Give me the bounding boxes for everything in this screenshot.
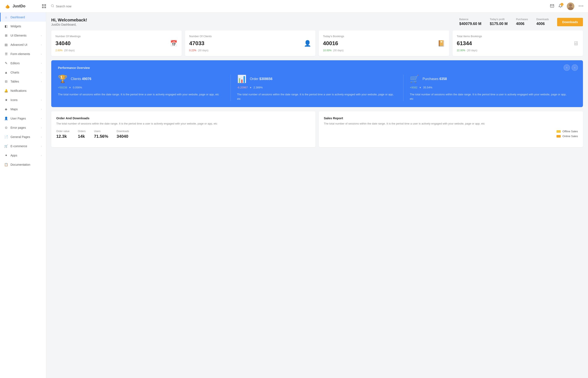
editor-icon: ✎ — [4, 61, 8, 65]
grid-menu-icon[interactable] — [42, 4, 47, 8]
perf-metric-name: Order $308656 — [250, 77, 273, 81]
bottom-stat-value: 14k — [78, 134, 86, 139]
metric-change: 2.00% (30 days) — [55, 49, 177, 52]
change-period: (30 days) — [198, 49, 208, 52]
change-value: 0.22% — [189, 49, 196, 52]
user-avatar[interactable] — [567, 2, 574, 10]
sidebar-item-notifications[interactable]: 🔔 Notifications — [0, 86, 46, 95]
sales-report-title: Sales Report — [324, 116, 578, 120]
perf-col-icon: 🏆 — [58, 75, 67, 83]
sidebar-item-advanced-ui[interactable]: ▤ Advanced UI › — [0, 40, 46, 49]
welcome-section: Hi, Welcomeback! JustDo Dashboard, — [51, 18, 87, 26]
general-icon: 📄 — [4, 135, 8, 139]
perf-metric-name: Clients 49076 — [71, 77, 91, 81]
sidebar-item-dashboard[interactable]: ⌂ Dashboard — [0, 13, 46, 22]
widget-icon: ◧ — [4, 24, 8, 28]
search-icon — [51, 4, 54, 8]
sidebar-label: Icons — [11, 98, 39, 102]
search-bar — [51, 4, 156, 8]
perf-nav: ‹ › — [564, 65, 578, 71]
perf-change-row: -6.20967 ▼ 2.389% — [237, 86, 397, 89]
sidebar-item-error-pages[interactable]: ⊙ Error pages › — [0, 123, 46, 132]
order-downloads-card: Order And Downloads The total number of … — [51, 111, 315, 148]
sales-legend: Offline Sales Online Sales — [557, 130, 578, 138]
perf-col-icon: 🛒 — [410, 75, 419, 83]
metric-value: 34040 — [55, 40, 71, 47]
user-icon: 👤 — [4, 117, 8, 120]
bottom-stat-2: Users 71.56% — [94, 130, 108, 139]
perf-col-header: 🛒 Purchases 6358 — [410, 75, 570, 83]
search-input[interactable] — [56, 5, 156, 8]
sidebar-label: Error pages — [11, 126, 39, 129]
more-options[interactable]: ••• — [578, 4, 584, 8]
ui-icon: ⊞ — [4, 34, 8, 37]
legend-label: Offline Sales — [562, 130, 578, 133]
header-stats: Balance $40079.60 M Today's profit $175.… — [459, 18, 583, 26]
perf-desc: The total number of sessions within the … — [410, 92, 570, 101]
sidebar-item-tables[interactable]: ⊟ Tables › — [0, 77, 46, 86]
sidebar-label: Form elements — [11, 52, 39, 56]
notification-icon[interactable]: 1 — [558, 4, 562, 9]
sidebar-item-charts[interactable]: ▲ Charts › — [0, 68, 46, 77]
perf-col-header: 🏆 Clients 49076 — [58, 75, 224, 83]
chevron-right-icon: › — [41, 53, 42, 55]
sidebar-label: Documentation — [11, 163, 42, 166]
welcome-subtitle: JustDo Dashboard, — [51, 23, 87, 26]
chevron-right-icon: › — [41, 136, 42, 138]
perf-prev-btn[interactable]: ‹ — [564, 65, 570, 71]
metric-label: Today's Bookings — [323, 35, 344, 38]
sidebar-item-user-pages[interactable]: 👤 User Pages › — [0, 114, 46, 123]
perf-change-pct: 2.389% — [254, 86, 263, 89]
perf-desc: The total number of sessions within the … — [58, 92, 224, 97]
chevron-right-icon: › — [41, 126, 42, 129]
sidebar-item-ui-elements[interactable]: ⊞ UI Elements › — [0, 31, 46, 40]
legend-label: Online Sales — [562, 135, 578, 138]
logo[interactable]: JustDo — [4, 3, 38, 10]
sidebar-item-maps[interactable]: ◈ Maps › — [0, 105, 46, 114]
welcome-title: Hi, Welcomeback! — [51, 18, 87, 23]
sidebar-label: Editors — [11, 62, 39, 65]
sidebar-item-general-pages[interactable]: 📄 General Pages › — [0, 132, 46, 142]
metric-card-top: Number Of Meetings — [55, 35, 177, 38]
metric-icon: 📔 — [438, 40, 445, 47]
chevron-right-icon: › — [41, 117, 42, 120]
logo-text: JustDo — [13, 4, 26, 8]
mail-icon[interactable] — [550, 4, 554, 9]
bottom-grid: Order And Downloads The total number of … — [51, 111, 583, 148]
metric-card-3: Total Items Bookings 61344 🖥 22.00% (30 … — [453, 30, 583, 56]
perf-grid: 🏆 Clients 49076 +59238 ▼ 0.056% The tota… — [58, 75, 576, 101]
metric-label: Number Of Clients — [189, 35, 212, 38]
perf-next-btn[interactable]: › — [572, 65, 578, 71]
bottom-stat-value: 34040 — [117, 134, 129, 139]
perf-change-row: +59238 ▼ 0.056% — [58, 86, 224, 89]
app-layout: ⌂ Dashboard ◧ Widgets ⊞ UI Elements › ▤ … — [0, 13, 588, 378]
sidebar-item-apps[interactable]: ✦ Apps › — [0, 151, 46, 160]
change-period: (30 days) — [467, 49, 477, 52]
sidebar-item-editors[interactable]: ✎ Editors › — [0, 59, 46, 68]
sidebar-item-form-elements[interactable]: ☰ Form elements › — [0, 49, 46, 59]
sidebar-label: Dashboard — [11, 15, 42, 19]
purchases-stat: Purchases 4006 — [516, 18, 528, 26]
metric-card-1: Number Of Clients 47033 👤 0.22% (30 days… — [185, 30, 315, 56]
chevron-right-icon: › — [41, 71, 42, 74]
legend-item-0: Offline Sales — [557, 130, 578, 133]
sidebar-item-widgets[interactable]: ◧ Widgets — [0, 22, 46, 31]
profit-stat: Today's profit $175.00 M — [490, 18, 508, 26]
bottom-stat-3: Downloads 34040 — [117, 130, 129, 139]
perf-desc: The total number of sessions within the … — [237, 92, 397, 101]
sidebar-item-ecommerce[interactable]: 🛒 E-commerce › — [0, 142, 46, 151]
home-icon: ⌂ — [4, 15, 8, 19]
chevron-right-icon: › — [41, 62, 42, 65]
order-downloads-title: Order And Downloads — [56, 116, 310, 120]
sidebar-label: Widgets — [11, 25, 42, 28]
bottom-stat-label: Orders — [78, 130, 86, 133]
form-icon: ☰ — [4, 52, 8, 56]
sidebar-label: Maps — [11, 108, 39, 111]
sidebar-item-icons[interactable]: ★ Icons › — [0, 95, 46, 105]
downloads-button[interactable]: Downloads — [557, 18, 583, 26]
sidebar-item-documentation[interactable]: 📋 Documentation — [0, 160, 46, 169]
notif-icon: 🔔 — [4, 89, 8, 93]
sidebar: ⌂ Dashboard ◧ Widgets ⊞ UI Elements › ▤ … — [0, 13, 46, 378]
chart-icon: ▲ — [4, 70, 8, 74]
metric-label: Number Of Meetings — [55, 35, 81, 38]
